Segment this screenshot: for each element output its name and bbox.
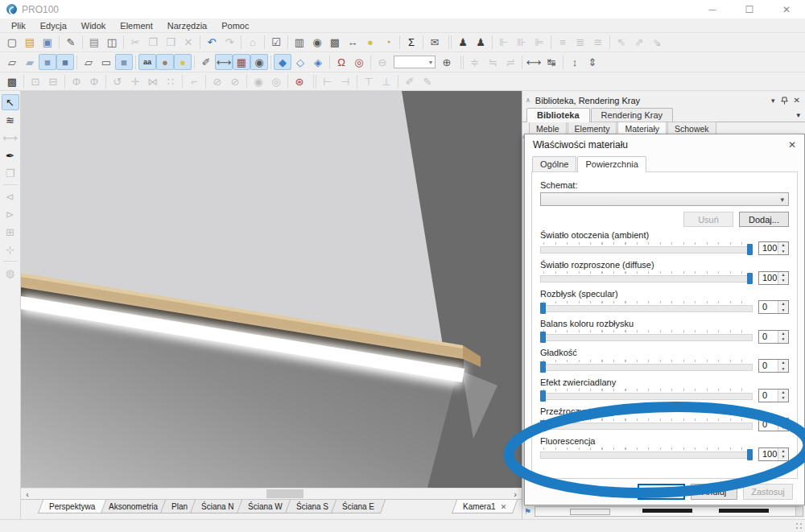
mail-button[interactable]: ✉ (426, 35, 444, 51)
dialog-tab[interactable]: Ogólne (532, 156, 576, 171)
dialog-tab[interactable]: Powierzchnia (577, 156, 646, 172)
span-height-button[interactable]: ↕ (566, 54, 584, 70)
flip-y-button[interactable]: ≒ (484, 54, 502, 70)
slider-spinbox[interactable]: 0 ▲ ▼ (758, 418, 789, 431)
slider-thumb[interactable] (540, 390, 546, 402)
view-tab-camera[interactable]: Kamera1 ✕ (452, 500, 518, 513)
rotate-a-button[interactable]: ⇖ (613, 35, 630, 51)
zoom-tool[interactable]: ◍ (2, 265, 19, 281)
person-button-2[interactable]: ♟ (472, 35, 489, 51)
paste-button[interactable]: ❒ (162, 35, 180, 51)
slider-thumb[interactable] (747, 273, 753, 284)
view-shaded-button[interactable]: ■ (56, 54, 74, 70)
view-tab[interactable]: Perspektywa (38, 500, 106, 513)
delete-button[interactable]: ✕ (180, 35, 197, 51)
library-scrollbar[interactable] (795, 507, 803, 516)
slider-groove[interactable] (540, 334, 753, 341)
spin-down-icon[interactable]: ▼ (778, 307, 788, 314)
slider-thumb[interactable] (540, 303, 546, 314)
distribute-v-button[interactable]: ⊪ (513, 35, 530, 51)
slider-thumb[interactable] (540, 332, 546, 343)
shape-tool-2[interactable]: ⊳ (2, 206, 19, 222)
new-file-button[interactable]: ▢ (3, 35, 21, 51)
view-tab[interactable]: Aksonometria (97, 500, 169, 513)
shape-tool-3[interactable]: ⊞ (2, 224, 19, 240)
edge-tool[interactable]: ≋ (2, 112, 19, 128)
zoom-in-button[interactable]: ⊕ (438, 54, 456, 70)
align-bottom-button[interactable]: ⊥ (378, 73, 395, 89)
scroll-track[interactable] (34, 489, 509, 499)
spin-down-icon[interactable]: ▼ (778, 454, 788, 460)
fit-selection-button[interactable]: ⊡ (27, 73, 44, 89)
scroll-right-icon[interactable]: › (509, 489, 522, 499)
cut-button[interactable]: ✂ (126, 35, 144, 51)
snap-edges-button[interactable]: ◇ (291, 54, 309, 70)
panel-close-icon[interactable]: ✕ (794, 96, 800, 105)
slider-thumb[interactable] (540, 361, 546, 373)
eye-button[interactable]: ◉ (250, 54, 268, 70)
menu-item[interactable]: Plik (4, 20, 33, 31)
material-thumb-dark-1[interactable] (642, 509, 692, 513)
fit-all-button[interactable]: ⊟ (44, 73, 62, 89)
spin-up-icon[interactable]: ▲ (778, 390, 788, 396)
3d-scene[interactable] (21, 91, 522, 488)
slider-spinbox[interactable]: 0 ▲ ▼ (758, 359, 789, 373)
menu-item[interactable]: Element (113, 20, 159, 31)
zoom-level-combo[interactable]: ▾ (394, 56, 436, 68)
shape-tool-1[interactable]: ⊲ (2, 188, 19, 204)
spin-down-icon[interactable]: ▼ (778, 249, 788, 255)
span-width-button[interactable]: ⟷ (525, 54, 543, 70)
distribute-c-button[interactable]: ⊫ (530, 35, 548, 51)
slider[interactable] (540, 360, 753, 373)
flip-z-button[interactable]: ≓ (502, 54, 519, 70)
view-wireframe-button[interactable]: ▱ (3, 54, 21, 70)
span-height-multi-button[interactable]: ⇕ (584, 54, 601, 70)
options-button[interactable]: ☑ (267, 35, 285, 51)
pin-icon[interactable] (781, 97, 788, 105)
magnet-button[interactable]: Ω (332, 54, 350, 70)
rotate-b-button[interactable]: ⇗ (630, 35, 648, 51)
hide-selected-button[interactable]: ⊘ (208, 73, 226, 89)
schemat-combobox[interactable]: ▾ (540, 192, 789, 206)
spin-up-icon[interactable]: ▲ (778, 331, 788, 337)
spin-up-icon[interactable]: ▲ (778, 419, 788, 425)
pin-flag-icon[interactable]: ⚑ (524, 507, 531, 516)
slider[interactable] (540, 389, 753, 402)
sum-button[interactable]: Σ (402, 35, 420, 51)
dimension-tool[interactable]: ⟷ (2, 130, 19, 146)
zastosuj-button[interactable]: Zastosuj (743, 484, 793, 500)
dialog-close-icon[interactable]: ✕ (788, 139, 796, 151)
text-labels-button[interactable]: aa (138, 54, 156, 70)
slider-groove[interactable] (540, 364, 753, 371)
light-bulb-button[interactable]: ● (174, 54, 192, 70)
clock-panel-button[interactable]: ◔ (379, 35, 397, 51)
spin-down-icon[interactable]: ▼ (778, 395, 788, 402)
help-ring-button[interactable]: ⊛ (291, 73, 308, 89)
push-left-button[interactable]: ⊢ (319, 73, 336, 89)
slider-groove[interactable] (540, 246, 753, 254)
view-hidden-button[interactable]: ▰ (21, 54, 39, 70)
menu-item[interactable]: Pomoc (214, 20, 256, 31)
box-solid-button[interactable]: ■ (115, 54, 133, 70)
bulb-panel-button[interactable]: ● (361, 35, 379, 51)
spin-down-icon[interactable]: ▼ (778, 278, 788, 284)
scale-button[interactable]: ∷ (162, 73, 180, 89)
person-button-1[interactable]: ♟ (454, 35, 472, 51)
edit-list-button[interactable]: ✎ (62, 35, 80, 51)
slider-thumb[interactable] (747, 449, 753, 460)
scroll-left-icon[interactable]: ‹ (21, 489, 34, 499)
move-button[interactable]: ✛ (126, 73, 144, 89)
spin-down-icon[interactable]: ▼ (778, 425, 788, 431)
mirror-button[interactable]: ⋈ (144, 73, 162, 89)
slider[interactable] (540, 301, 753, 314)
push-right-button[interactable]: ⊣ (336, 73, 354, 89)
save-button[interactable]: ▣ (39, 35, 56, 51)
sketch-b-button[interactable]: ✎ (419, 73, 436, 89)
structure-panel-button[interactable]: ▩ (326, 35, 344, 51)
open-file-button[interactable]: ▤ (21, 35, 39, 51)
spin-up-icon[interactable]: ▲ (778, 242, 788, 249)
preview-panel-button[interactable]: ◉ (308, 35, 326, 51)
slider[interactable] (540, 242, 753, 255)
slider-thumb[interactable] (747, 244, 753, 255)
flip-x-button[interactable]: ≑ (466, 54, 484, 70)
